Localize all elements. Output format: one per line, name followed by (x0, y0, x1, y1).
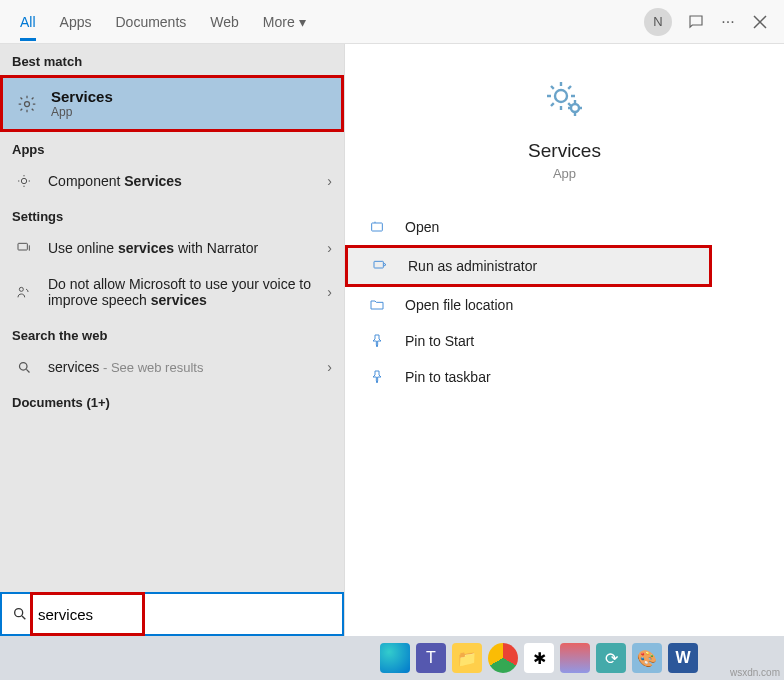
speech-icon (12, 284, 36, 300)
search-icon (2, 606, 38, 622)
best-match-sub: App (51, 105, 113, 119)
tab-documents[interactable]: Documents (103, 4, 198, 40)
tabs-bar: All Apps Documents Web More ▾ N ··· (0, 0, 784, 44)
action-pin-taskbar-label: Pin to taskbar (405, 369, 491, 385)
svg-point-0 (25, 101, 30, 106)
taskbar-word-icon[interactable]: W (668, 643, 698, 673)
action-admin-label: Run as administrator (408, 258, 537, 274)
svg-point-3 (19, 287, 23, 291)
svg-point-9 (15, 609, 23, 617)
section-settings: Settings (0, 199, 344, 230)
watermark: wsxdn.com (730, 667, 780, 678)
action-open-label: Open (405, 219, 439, 235)
action-run-as-admin[interactable]: Run as administrator (345, 245, 712, 287)
tab-more[interactable]: More ▾ (251, 4, 318, 40)
section-best-match: Best match (0, 44, 344, 75)
taskbar-explorer-icon[interactable]: 📁 (452, 643, 482, 673)
chevron-right-icon: › (327, 173, 332, 189)
apps-row-text: Component Services (48, 173, 327, 189)
best-match-result[interactable]: Services App (0, 75, 344, 132)
taskbar: T 📁 ✱ ⟳ 🎨 W (0, 636, 784, 680)
settings-row-speech-text: Do not allow Microsoft to use your voice… (48, 276, 327, 308)
chevron-right-icon: › (327, 284, 332, 300)
pin-icon (369, 333, 389, 349)
shield-icon (372, 258, 392, 274)
search-input[interactable] (38, 594, 342, 634)
narrator-icon (12, 240, 36, 256)
details-title: Services (345, 140, 784, 162)
feedback-icon[interactable] (680, 6, 712, 38)
more-icon[interactable]: ··· (712, 6, 744, 38)
svg-point-1 (21, 178, 26, 183)
chevron-right-icon: › (327, 359, 332, 375)
tab-all[interactable]: All (8, 4, 48, 40)
section-documents: Documents (1+) (0, 385, 344, 416)
taskbar-paint-icon[interactable]: 🎨 (632, 643, 662, 673)
section-apps: Apps (0, 132, 344, 163)
search-bar[interactable] (0, 592, 344, 636)
details-sub: App (345, 166, 784, 181)
chevron-right-icon: › (327, 240, 332, 256)
taskbar-slack-icon[interactable]: ✱ (524, 643, 554, 673)
apps-row-component-services[interactable]: Component Services › (0, 163, 344, 199)
action-pin-start-label: Pin to Start (405, 333, 474, 349)
svg-point-6 (571, 104, 579, 112)
action-pin-to-taskbar[interactable]: Pin to taskbar (345, 359, 784, 395)
action-pin-to-start[interactable]: Pin to Start (345, 323, 784, 359)
web-row-text: services - See web results (48, 359, 327, 375)
component-icon (12, 173, 36, 189)
details-panel: Services App Open Run as administrator O… (344, 44, 784, 636)
svg-rect-7 (372, 223, 383, 231)
taskbar-chrome-icon[interactable] (488, 643, 518, 673)
close-icon[interactable] (744, 6, 776, 38)
tab-apps[interactable]: Apps (48, 4, 104, 40)
taskbar-app2-icon[interactable]: ⟳ (596, 643, 626, 673)
svg-rect-8 (374, 261, 383, 268)
svg-rect-2 (18, 243, 27, 250)
search-icon (12, 360, 36, 375)
results-panel: Best match Services App Apps Component S… (0, 44, 344, 636)
gear-icon (15, 92, 39, 116)
svg-point-4 (19, 362, 27, 370)
section-web: Search the web (0, 318, 344, 349)
action-loc-label: Open file location (405, 297, 513, 313)
taskbar-app-icon[interactable] (560, 643, 590, 673)
action-open[interactable]: Open (345, 209, 784, 245)
action-open-file-location[interactable]: Open file location (345, 287, 784, 323)
svg-point-5 (555, 90, 567, 102)
open-icon (369, 219, 389, 235)
tab-web[interactable]: Web (198, 4, 251, 40)
settings-row-narrator[interactable]: Use online services with Narrator › (0, 230, 344, 266)
folder-icon (369, 297, 389, 313)
best-match-title: Services (51, 88, 113, 105)
taskbar-edge-icon[interactable] (380, 643, 410, 673)
pin-icon (369, 369, 389, 385)
settings-row-speech[interactable]: Do not allow Microsoft to use your voice… (0, 266, 344, 318)
settings-row-narrator-text: Use online services with Narrator (48, 240, 327, 256)
user-avatar[interactable]: N (644, 8, 672, 36)
taskbar-teams-icon[interactable]: T (416, 643, 446, 673)
services-app-icon (541, 76, 589, 124)
web-row-services[interactable]: services - See web results › (0, 349, 344, 385)
